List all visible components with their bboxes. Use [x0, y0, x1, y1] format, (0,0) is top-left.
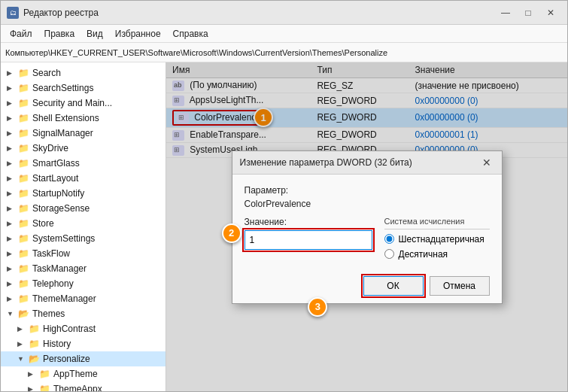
sidebar-item-storagesense[interactable]: ▶ 📁 StorageSense — [1, 201, 166, 216]
arrow-icon: ▶ — [7, 250, 17, 257]
radio-hex[interactable]: Шестнадцатеричная — [384, 234, 490, 245]
sidebar-item-highcontrast[interactable]: ▶ 📁 HighContrast — [1, 321, 166, 336]
app-icon: 🗂 — [7, 7, 19, 19]
sidebar-item-label: Telephony — [32, 278, 74, 289]
menu-edit[interactable]: Правка — [38, 27, 81, 41]
sidebar-item-themeappx[interactable]: ▶ 📁 ThemeAppx — [1, 381, 166, 391]
sidebar-item-apptheme[interactable]: ▶ 📁 AppTheme — [1, 366, 166, 381]
sidebar-item-label: Themes — [32, 308, 65, 319]
sidebar-item-label: TaskFlow — [32, 248, 70, 259]
folder-icon: 📁 — [38, 369, 50, 379]
value-input[interactable] — [245, 230, 372, 250]
sidebar-item-label: SmartGlass — [32, 158, 80, 169]
registry-tree[interactable]: ▶ 📁 Search ▶ 📁 SearchSettings ▶ 📁 Securi… — [1, 62, 166, 391]
address-bar: Компьютер\HKEY_CURRENT_USER\Software\Mic… — [1, 43, 567, 62]
cancel-button[interactable]: Отмена — [430, 276, 490, 296]
radio-hex-input[interactable] — [384, 234, 394, 244]
folder-icon: 📁 — [17, 113, 29, 123]
param-label: Параметр: — [245, 185, 490, 196]
folder-icon: 📁 — [17, 203, 29, 214]
sidebar-item-signalmanager[interactable]: ▶ 📁 SignalManager — [1, 126, 166, 141]
sidebar-item-startupnotify[interactable]: ▶ 📁 StartupNotify — [1, 186, 166, 201]
arrow-icon: ▶ — [7, 84, 17, 92]
arrow-icon: ▶ — [7, 114, 17, 122]
arrow-icon: ▶ — [28, 370, 38, 378]
param-row: Параметр: ColorPrevalence — [245, 185, 490, 209]
arrow-icon: ▶ — [17, 340, 28, 348]
sidebar-item-history[interactable]: ▶ 📁 History — [1, 336, 166, 351]
ok-button[interactable]: ОК — [363, 276, 424, 296]
system-title: Система исчисления — [384, 217, 490, 229]
dialog-close-button[interactable]: ✕ — [479, 156, 494, 169]
folder-icon: 📁 — [28, 339, 40, 349]
sidebar-item-label: SkyDrive — [32, 143, 68, 153]
dialog-title-text: Изменение параметра DWORD (32 бита) — [240, 157, 412, 168]
sidebar-item-security[interactable]: ▶ 📁 Security and Main... — [1, 96, 166, 111]
registry-values-panel: Имя Тип Значение ab (По умолчанию) REG_S… — [166, 62, 567, 391]
arrow-icon: ▶ — [7, 129, 17, 137]
arrow-icon: ▶ — [28, 385, 38, 391]
sidebar-item-label: StartLayout — [32, 173, 78, 184]
sidebar-item-skydrive[interactable]: ▶ 📁 SkyDrive — [1, 141, 166, 156]
sidebar-item-personalize[interactable]: ▼ 📂 Personalize — [1, 351, 166, 366]
folder-icon: 📁 — [17, 233, 29, 244]
sidebar-item-telephony[interactable]: ▶ 📁 Telephony — [1, 276, 166, 291]
step3-badge: 3 — [308, 297, 327, 317]
menu-help[interactable]: Справка — [167, 27, 214, 41]
sidebar-item-store[interactable]: ▶ 📁 Store — [1, 216, 166, 231]
maximize-button[interactable]: □ — [518, 5, 539, 21]
folder-open-icon: 📂 — [17, 308, 29, 319]
close-button[interactable]: ✕ — [540, 5, 561, 21]
sidebar-item-label: SignalManager — [32, 128, 93, 138]
menu-file[interactable]: Файл — [4, 27, 38, 41]
radio-hex-label: Шестнадцатеричная — [399, 234, 484, 245]
title-bar: 🗂 Редактор реестра — □ ✕ — [1, 1, 567, 25]
sidebar-item-searchsettings[interactable]: ▶ 📁 SearchSettings — [1, 81, 166, 96]
step2-badge: 2 — [222, 223, 241, 243]
sidebar-item-label: Shell Extensions — [32, 113, 99, 123]
arrow-icon: ▶ — [7, 144, 17, 152]
arrow-icon: ▶ — [17, 325, 28, 333]
arrow-icon: ▶ — [7, 175, 17, 182]
menu-view[interactable]: Вид — [80, 27, 109, 41]
radio-dec[interactable]: Десятичная — [384, 249, 490, 260]
sidebar-item-thememanager[interactable]: ▶ 📁 ThemeManager — [1, 291, 166, 306]
sidebar-item-search[interactable]: ▶ 📁 Search — [1, 65, 166, 81]
sidebar-item-systemsettings[interactable]: ▶ 📁 SystemSettings — [1, 231, 166, 246]
arrow-icon: ▶ — [7, 280, 17, 287]
dword-edit-dialog: Изменение параметра DWORD (32 бита) ✕ Па… — [232, 150, 503, 304]
arrow-icon: ▶ — [7, 205, 17, 212]
radio-group: Шестнадцатеричная Десятичная — [384, 234, 490, 260]
dialog-left-col: Значение: 2 — [245, 217, 372, 250]
folder-icon: 📁 — [17, 173, 29, 184]
sidebar-item-taskflow[interactable]: ▶ 📁 TaskFlow — [1, 246, 166, 261]
registry-editor-window: 🗂 Редактор реестра — □ ✕ Файл Правка Вид… — [0, 0, 568, 392]
folder-icon: 📁 — [17, 158, 29, 169]
folder-icon: 📁 — [17, 83, 29, 93]
dialog-body: Параметр: ColorPrevalence Значение: 2 — [232, 175, 502, 303]
address-text[interactable]: Компьютер\HKEY_CURRENT_USER\Software\Mic… — [5, 48, 387, 57]
arrow-icon: ▶ — [7, 160, 17, 167]
folder-open-icon: 📂 — [28, 354, 40, 364]
arrow-icon: ▼ — [7, 310, 17, 318]
arrow-icon: ▶ — [7, 235, 17, 242]
sidebar-item-label: ThemeManager — [32, 293, 96, 304]
sidebar-item-label: Search — [32, 68, 61, 78]
sidebar-item-taskmanager[interactable]: ▶ 📁 TaskManager — [1, 261, 166, 276]
sidebar-item-themes[interactable]: ▼ 📂 Themes — [1, 306, 166, 321]
sidebar-item-shellext[interactable]: ▶ 📁 Shell Extensions — [1, 111, 166, 126]
sidebar-item-label: HighContrast — [43, 324, 96, 334]
folder-icon: 📁 — [17, 263, 29, 274]
folder-icon: 📁 — [17, 293, 29, 304]
sidebar-item-smartglass[interactable]: ▶ 📁 SmartGlass — [1, 156, 166, 171]
folder-icon: 📁 — [38, 384, 50, 391]
sidebar-item-startlayout[interactable]: ▶ 📁 StartLayout — [1, 171, 166, 186]
sidebar-item-label: Security and Main... — [32, 98, 112, 108]
minimize-button[interactable]: — — [495, 5, 516, 21]
value-label: Значение: — [245, 217, 372, 227]
sidebar-item-label: SystemSettings — [32, 233, 95, 244]
radio-dec-input[interactable] — [384, 249, 394, 259]
folder-icon: 📁 — [17, 143, 29, 153]
sidebar-item-label: StorageSense — [32, 203, 90, 214]
menu-favorites[interactable]: Избранное — [109, 27, 167, 41]
